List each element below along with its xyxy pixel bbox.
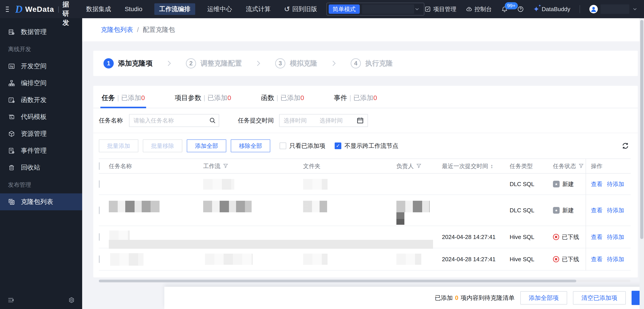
cell-task-status: ★新建: [553, 173, 586, 195]
sidebar-item-orchestrate-space[interactable]: 编排空间: [0, 75, 82, 92]
vertical-scrollbar-thumb[interactable]: [640, 20, 643, 239]
col-owner-label: 负责人: [396, 162, 414, 170]
add-all-items-button[interactable]: 添加全部项: [520, 291, 567, 304]
table-row: DLC SQL ★新建 查看待添加: [99, 173, 631, 195]
row-checkbox[interactable]: [99, 206, 100, 214]
nav-workflow-orchestration[interactable]: 工作流编排: [154, 3, 195, 15]
sidebar-item-dev-space[interactable]: Sq 开发空间: [0, 58, 82, 75]
horizontal-scrollbar[interactable]: [99, 280, 630, 282]
batch-remove-button[interactable]: 批量移除: [143, 139, 182, 152]
clear-added-button[interactable]: 清空已添加项: [573, 291, 626, 304]
sidebar-item-function-dev[interactable]: f 函数开发: [0, 92, 82, 109]
trash-icon: [8, 164, 15, 171]
hide-cross-node-label: 不显示跨工作流节点: [344, 142, 398, 150]
step-label: 执行克隆: [365, 59, 393, 68]
sidebar-item-label: 编排空间: [21, 79, 47, 88]
notification-badge: 99+: [505, 2, 518, 9]
hide-cross-node-checkbox[interactable]: ✓: [335, 143, 341, 149]
top-nav: 数据集成 Studio 工作流编排 运维中心 流式计算: [84, 3, 272, 15]
select-all-checkbox[interactable]: [99, 162, 100, 170]
col-task-status-label: 任务状态: [553, 162, 576, 170]
vertical-scrollbar[interactable]: [640, 18, 644, 309]
add-all-button[interactable]: 添加全部: [187, 139, 226, 152]
status-new-icon: ★: [553, 181, 560, 187]
tab-tasks[interactable]: 任务|已添加0: [102, 93, 145, 108]
filter-funnel-icon[interactable]: [223, 163, 228, 169]
sort-icon[interactable]: ↕: [490, 163, 493, 170]
cell-workflow: [203, 195, 303, 226]
project-mode-select[interactable]: 简单模式: [326, 3, 424, 16]
tab-name: 任务: [102, 94, 115, 101]
breadcrumb-parent-link[interactable]: 克隆包列表: [101, 25, 133, 34]
row-checkbox[interactable]: [99, 233, 100, 241]
to-add-link[interactable]: 待添加: [607, 234, 624, 240]
step-execute-clone: 4 执行克隆: [351, 58, 393, 69]
topbar-right: 项目管理 控制台 99+ ✦✦ DataBuddy: [424, 5, 638, 14]
search-icon[interactable]: [209, 117, 216, 124]
only-added-checkbox[interactable]: [280, 143, 286, 149]
status-text: 新建: [562, 180, 574, 188]
horizontal-scrollbar-thumb[interactable]: [99, 280, 576, 282]
to-add-link[interactable]: 待添加: [607, 207, 624, 214]
user-menu[interactable]: [589, 5, 638, 14]
menu-icon[interactable]: [6, 7, 9, 12]
sidebar-item-resource-manage[interactable]: 资源管理: [0, 125, 82, 142]
nav-stream-compute[interactable]: 流式计算: [244, 3, 272, 15]
tab-name: 函数: [261, 94, 274, 101]
to-add-link[interactable]: 待添加: [607, 181, 624, 187]
collapse-sidebar-icon[interactable]: [7, 296, 14, 304]
redacted-project-name: [362, 5, 414, 14]
sidebar-item-label: 数据管理: [21, 28, 47, 37]
sidebar-item-code-template[interactable]: 代码模板: [0, 109, 82, 125]
sidebar-item-clone-list[interactable]: 克隆包列表: [0, 193, 82, 210]
tab-events[interactable]: 事件|已添加0: [334, 93, 377, 108]
filter-funnel-icon[interactable]: [416, 163, 422, 169]
nav-studio[interactable]: Studio: [123, 3, 144, 15]
tab-divider: |: [276, 94, 278, 101]
back-to-old-link[interactable]: ↺ 回到旧版: [284, 5, 317, 13]
cell-task-name: [109, 195, 203, 226]
cell-task-type: Hive SQL: [510, 226, 553, 248]
remove-all-button[interactable]: 移除全部: [231, 139, 270, 152]
notifications-button[interactable]: 99+: [501, 6, 508, 13]
dev-space-icon: Sq: [8, 63, 15, 70]
svg-text:Sq: Sq: [10, 65, 13, 68]
nav-ops-center[interactable]: 运维中心: [206, 3, 234, 15]
console-button[interactable]: 控制台: [466, 5, 492, 13]
redacted-text: [303, 179, 328, 190]
sidebar-bottom: [0, 291, 82, 309]
step-add-clone-items: 1 添加克隆项: [104, 58, 152, 69]
sidebar-item-event-manage[interactable]: 事件管理: [0, 142, 82, 159]
to-add-link[interactable]: 待添加: [607, 256, 624, 262]
filter-funnel-icon[interactable]: [578, 163, 584, 169]
cell-task-type: Hive SQL: [510, 248, 553, 270]
sidebar-item-label: 开发空间: [21, 62, 47, 71]
row-checkbox[interactable]: [99, 180, 100, 188]
only-added-checkbox-group[interactable]: 只看已添加项: [280, 142, 325, 150]
nav-data-integration[interactable]: 数据集成: [84, 3, 113, 15]
task-name-input[interactable]: [129, 114, 219, 127]
cell-task-name: [109, 226, 203, 248]
view-link[interactable]: 查看: [591, 181, 602, 187]
refresh-icon[interactable]: [621, 142, 629, 150]
project-manage-button[interactable]: 项目管理: [424, 5, 456, 13]
view-link[interactable]: 查看: [591, 256, 602, 262]
calendar-icon: [356, 117, 364, 124]
tab-project-params[interactable]: 项目参数|已添加0: [174, 93, 231, 108]
mode-badge: 简单模式: [329, 5, 360, 14]
submit-time-range-picker[interactable]: 选择时间 选择时间: [279, 114, 368, 127]
hide-cross-node-checkbox-group[interactable]: ✓ 不显示跨工作流节点: [335, 142, 398, 150]
batch-add-button[interactable]: 批量添加: [99, 139, 138, 152]
resource-manage-icon: [8, 130, 15, 137]
sidebar-item-label: 回收站: [21, 163, 40, 172]
help-icon[interactable]: [517, 6, 524, 13]
view-link[interactable]: 查看: [591, 207, 602, 214]
sidebar-item-recycle-bin[interactable]: 回收站: [0, 159, 82, 176]
tab-added-count: 0: [373, 94, 377, 101]
sidebar-item-label: 代码模板: [21, 113, 47, 121]
view-link[interactable]: 查看: [591, 234, 602, 240]
settings-gear-icon[interactable]: [68, 296, 75, 304]
row-checkbox[interactable]: [99, 255, 100, 263]
databuddy-button[interactable]: ✦✦ DataBuddy: [533, 5, 570, 13]
tab-functions[interactable]: 函数|已添加0: [261, 93, 304, 108]
